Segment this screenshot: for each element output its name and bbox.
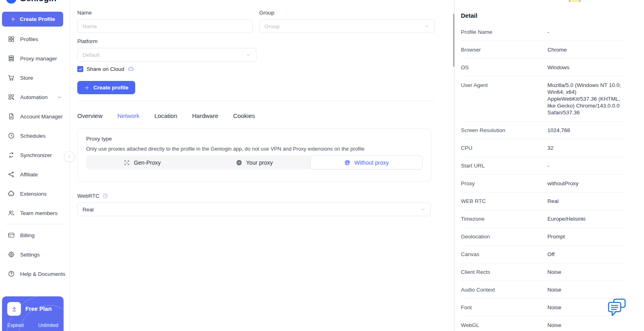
plan-card[interactable]: Free Plan Expired Unlimited — [2, 296, 64, 331]
detail-row-web-rtc: WEB RTC Real — [461, 192, 624, 210]
plan-status: Expired — [7, 323, 24, 328]
sidebar-item-proxy-manager[interactable]: Proxy manager — [0, 49, 69, 68]
sidebar: Genlogin Create Profile Profiles Proxy m… — [0, 0, 70, 331]
detail-row-user-agent: User Agent Mozilla/5.0 (Windows NT 10.0;… — [461, 77, 624, 122]
name-input[interactable] — [77, 19, 253, 33]
clock-icon — [8, 132, 15, 139]
share-on-cloud-row: Share on Cloud — [77, 66, 454, 72]
create-profile-submit-button[interactable]: Create profile — [77, 81, 135, 94]
chevron-down-icon — [246, 52, 251, 58]
plus-icon — [10, 16, 16, 22]
detail-row-browser: Browser Chrome — [461, 41, 624, 59]
webrtc-label-row: WebRTC — [77, 193, 454, 199]
sidebar-nav: Profiles Proxy manager Store Automation — [0, 29, 69, 283]
detail-row-font: Font Noise — [461, 299, 624, 317]
proxy-option-without-proxy[interactable]: Without proxy — [310, 155, 423, 170]
group-label: Group — [259, 10, 435, 16]
plan-name: Free Plan — [25, 306, 52, 312]
detail-row-geolocation: Geolocation Prompt — [461, 228, 624, 246]
sidebar-item-extensions[interactable]: Extensions — [0, 184, 69, 203]
automation-icon — [8, 93, 15, 101]
proxy-type-card: Proxy type Only use proxies attached dir… — [77, 128, 431, 182]
proxy-option-your-proxy[interactable]: Your proxy — [198, 155, 311, 170]
sidebar-item-billing[interactable]: Billing — [0, 225, 69, 245]
proxy-type-description: Only use proxies attached directly to th… — [86, 146, 423, 152]
detail-row-timezone: Timezone Europe/Helsinki — [461, 210, 624, 228]
main-content: Name Group Group Platform Default S — [70, 0, 454, 331]
plus-icon — [84, 85, 90, 91]
proxy-type-title: Proxy type — [86, 136, 423, 142]
share-on-cloud-label: Share on Cloud — [87, 66, 124, 72]
app-logo: Genlogin — [6, 0, 56, 4]
tab-location[interactable]: Location — [155, 112, 178, 119]
profile-tabs: OverviewNetworkLocationHardwareCookies — [77, 112, 454, 119]
upgrade-icon — [10, 305, 18, 313]
users-icon — [8, 209, 15, 217]
webrtc-label: WebRTC — [77, 193, 99, 199]
chevron-down-icon — [420, 207, 425, 212]
chat-widget-button[interactable] — [607, 298, 626, 317]
grid-icon — [8, 35, 15, 43]
gear-icon — [8, 251, 15, 258]
detail-row-audio-context: Audio Context Noise — [461, 281, 624, 299]
help-circle-icon[interactable] — [102, 193, 108, 199]
tab-network[interactable]: Network — [118, 112, 140, 119]
tab-cookies[interactable]: Cookies — [233, 112, 255, 119]
sidebar-item-schedules[interactable]: Schedules — [0, 126, 69, 145]
plan-quota: Unlimited — [38, 323, 58, 328]
sidebar-item-affiliate[interactable]: Affiliate — [0, 165, 69, 184]
name-label: Name — [77, 10, 253, 16]
server-icon — [8, 55, 15, 62]
logo-text: Genlogin — [20, 0, 56, 3]
detail-row-cpu: CPU 32 — [461, 139, 624, 157]
sidebar-item-settings[interactable]: Settings — [0, 245, 69, 264]
create-profile-button[interactable]: Create Profile — [2, 12, 63, 27]
sidebar-collapse-button[interactable] — [64, 151, 74, 162]
globe-off-icon — [344, 159, 351, 166]
detail-row-os: OS Windows — [461, 59, 624, 77]
detail-row-canvas: Canvas Off — [461, 246, 624, 263]
platform-select[interactable]: Default — [77, 48, 256, 62]
tab-hardware[interactable]: Hardware — [192, 112, 218, 119]
platform-field-group: Platform Default — [77, 38, 256, 62]
detail-row-screen-resolution: Screen Resolution 1024,768 — [461, 122, 624, 139]
detail-row-client-rects: Client Rects Noise — [461, 263, 624, 281]
proxy-option-gen-proxy[interactable]: Gen-Proxy — [86, 155, 198, 170]
sync-icon — [8, 151, 15, 159]
webrtc-select[interactable]: Real — [77, 203, 431, 216]
sidebar-item-profiles[interactable]: Profiles — [0, 29, 69, 49]
detail-row-start-url: Start URL - — [461, 157, 624, 175]
name-field-group: Name — [77, 10, 253, 33]
detail-panel: Detail Profile Name - Browser Chrome OS … — [454, 0, 644, 331]
group-field-group: Group Group — [259, 10, 435, 33]
detail-row-webgl: WebGL Noise — [461, 317, 624, 331]
share-on-cloud-checkbox[interactable] — [77, 66, 83, 72]
sidebar-item-account-manager[interactable]: Account Manager — [0, 107, 69, 126]
sidebar-item-help-documents[interactable]: Help & Documents — [0, 264, 69, 283]
platform-label: Platform — [77, 38, 256, 44]
detail-panel-title: Detail — [461, 12, 624, 19]
upgrade-plan-badge — [7, 302, 21, 316]
chevron-down-icon — [57, 95, 62, 100]
detail-row-profile-name: Profile Name - — [461, 23, 624, 41]
cart-icon — [8, 74, 15, 81]
sidebar-item-synchronizer[interactable]: Synchronizer — [0, 145, 69, 165]
sidebar-divider — [5, 224, 64, 224]
sidebar-item-store[interactable]: Store — [0, 68, 69, 87]
proxy-type-segments: Gen-Proxy Your proxy Without proxy — [86, 155, 423, 170]
sidebar-item-team-members[interactable]: Team members — [0, 203, 69, 223]
sidebar-item-automation[interactable]: Automation — [0, 87, 69, 107]
puzzle-icon — [8, 190, 15, 197]
genlogin-logo-icon — [6, 0, 17, 4]
top-edge-badge — [569, 0, 581, 2]
group-select[interactable]: Group — [259, 19, 435, 33]
chevron-down-icon — [424, 23, 429, 29]
tab-overview[interactable]: Overview — [77, 112, 103, 119]
chevron-left-icon — [67, 154, 72, 159]
check-icon — [78, 67, 83, 71]
detail-row-proxy: Proxy withoutProxy — [461, 175, 624, 192]
affiliate-icon — [8, 171, 15, 178]
card-icon — [8, 232, 15, 239]
help-icon — [8, 270, 15, 277]
cloud-icon — [128, 66, 134, 72]
